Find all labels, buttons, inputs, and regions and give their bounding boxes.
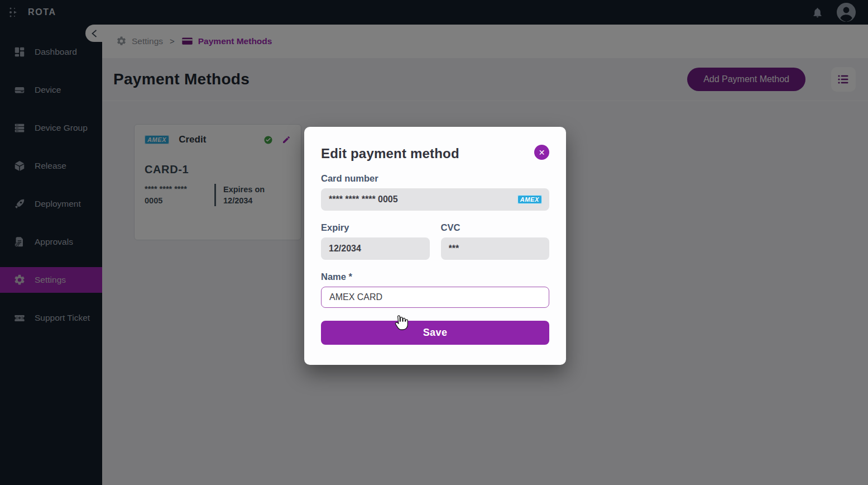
modal-title: Edit payment method — [321, 146, 459, 161]
cvc-label: CVC — [441, 222, 550, 233]
name-input[interactable] — [321, 287, 549, 308]
expiry-field-col: Expiry — [321, 211, 430, 260]
card-number-label: Card number — [321, 173, 549, 184]
card-number-field-wrap: AMEX — [321, 188, 549, 211]
modal-header: Edit payment method ✕ — [321, 146, 549, 161]
edit-payment-method-modal: Edit payment method ✕ Card number AMEX E… — [304, 127, 566, 365]
expiry-cvc-row: Expiry CVC — [321, 211, 549, 260]
app-root: ROTA — [0, 0, 868, 485]
cvc-field-col: CVC — [441, 211, 550, 260]
save-button[interactable]: Save — [321, 321, 549, 345]
name-label: Name * — [321, 272, 549, 282]
amex-logo: AMEX — [517, 195, 542, 204]
card-number-input — [321, 188, 549, 211]
cvc-input — [441, 237, 550, 260]
close-icon[interactable]: ✕ — [534, 145, 549, 160]
expiry-label: Expiry — [321, 222, 430, 233]
expiry-input — [321, 237, 430, 260]
